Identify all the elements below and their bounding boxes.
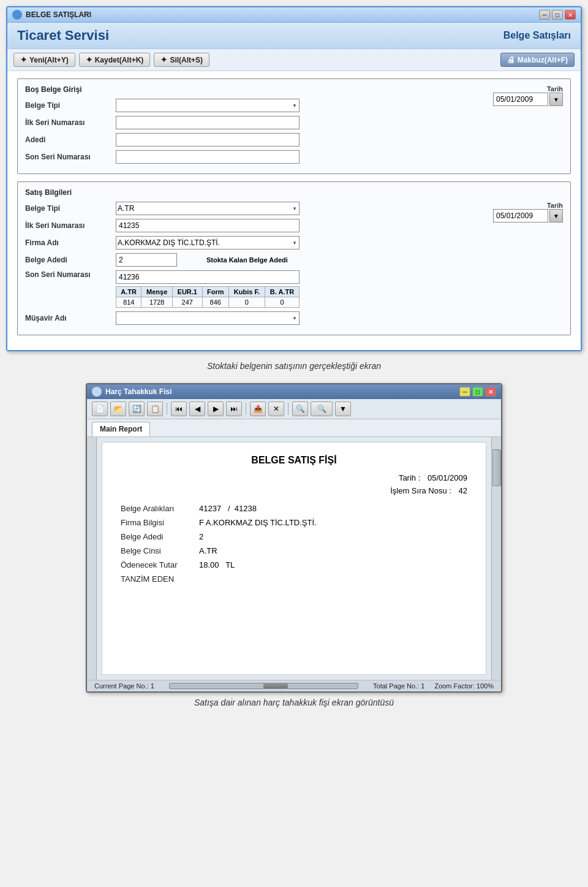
report-tool-next[interactable]: ▶ (208, 402, 224, 416)
report-tool-refresh[interactable]: 🔄 (129, 402, 145, 416)
bos-tarih-input[interactable] (493, 93, 548, 106)
bos-belge-title: Boş Belge Girişi (25, 85, 478, 94)
stok-val-form: 846 (202, 297, 228, 308)
satis-adedi-label: Belge Adedi (25, 256, 111, 264)
report-firma-label: Firma Bilgisi (121, 518, 194, 527)
bos-tarih-btn[interactable]: ▼ (549, 93, 563, 106)
bos-belge-tipi-label: Belge Tipi (25, 101, 111, 110)
satis-tarih-group: Tarih ▼ (493, 202, 563, 223)
report-tool-print[interactable]: 📄 (92, 402, 108, 416)
satis-firma-select[interactable]: A.KORKMAZ DIŞ TİC.LTD.ŞTİ. (116, 236, 300, 249)
report-adedi-value: 2 (199, 532, 203, 541)
satis-tarih-input[interactable] (493, 209, 548, 223)
window-subtitle: Belge Satışları (503, 30, 571, 41)
satis-musavir-select[interactable] (116, 311, 300, 325)
kaydet-button[interactable]: ✦ Kaydet(Alt+K) (79, 53, 151, 67)
close-button[interactable]: ✕ (565, 10, 576, 20)
bos-belge-section: Boş Belge Girişi Belge Tipi İlk Seri Num… (17, 78, 571, 174)
report-page: BELGE SATIŞ FİŞİ Tarih : 05/01/2009 İşle… (102, 442, 486, 675)
yeni-label: Yeni(Alt+Y) (29, 56, 69, 64)
stok-row: 814 1728 247 846 0 0 (116, 297, 300, 308)
report-close-btn[interactable]: ✕ (485, 387, 496, 397)
bos-adedi-row: Adedi (25, 133, 478, 147)
maximize-button[interactable]: □ (552, 10, 563, 20)
bos-son-seri-input[interactable] (116, 150, 300, 164)
titlebar-controls: ─ □ ✕ (539, 10, 576, 20)
stok-col-kubis: Kubis F. (228, 287, 265, 297)
satis-son-seri-label: Son Seri Numarası (25, 270, 111, 279)
report-tabs: Main Report (87, 419, 501, 437)
total-page: Total Page No.: 1 (373, 682, 424, 690)
satis-bilgileri-title: Satış Bilgileri (25, 188, 563, 197)
report-tool-export[interactable]: 📤 (250, 402, 266, 416)
satis-belge-tipi-select[interactable]: A.TR (116, 202, 300, 215)
yeni-button[interactable]: ✦ Yeni(Alt+Y) (13, 53, 75, 67)
zoom-factor: Zoom Factor: 100% (434, 682, 494, 690)
bos-belge-tipi-row: Belge Tipi (25, 99, 478, 112)
report-tool-search-plus[interactable]: ▼ (335, 402, 351, 416)
horizontal-scrollbar[interactable] (169, 683, 358, 689)
stok-col-eur1: EUR.1 (172, 287, 202, 297)
report-tool-prev[interactable]: ◀ (189, 402, 205, 416)
bos-belge-main: Boş Belge Girişi Belge Tipi İlk Seri Num… (25, 85, 478, 167)
bos-belge-tipi-select[interactable] (116, 99, 300, 112)
report-tarih-row: Tarih : 05/01/2009 (121, 473, 467, 482)
stok-table: A.TR Menşe EUR.1 Form Kubis F. B. A.TR (116, 286, 300, 308)
report-statusbar: Current Page No.: 1 Total Page No.: 1 Zo… (87, 680, 501, 691)
satis-firma-wrapper: A.KORKMAZ DIŞ TİC.LTD.ŞTİ. (116, 236, 300, 249)
bos-adedi-input[interactable] (116, 133, 300, 147)
bos-son-seri-row: Son Seri Numarası (25, 150, 478, 164)
report-belge-satis-fisi: BELGE SATIŞ FİŞİ (251, 455, 336, 465)
report-minimize-btn[interactable]: ─ (459, 387, 470, 397)
yeni-icon: ✦ (20, 55, 27, 64)
satis-ilk-seri-input[interactable] (116, 219, 300, 232)
kaydet-icon: ✦ (86, 55, 92, 64)
report-tool-cancel[interactable]: ✕ (268, 402, 284, 416)
main-report-tab[interactable]: Main Report (92, 422, 150, 436)
satis-ilk-seri-row: İlk Seri Numarası (25, 219, 488, 232)
app-title: Ticaret Servisi (17, 28, 109, 44)
report-page-title: BELGE SATIŞ FİŞİ (121, 455, 467, 466)
report-maximize-btn[interactable]: □ (472, 387, 483, 397)
satis-adedi-input[interactable] (116, 253, 177, 267)
sil-button[interactable]: ✦ Sil(Alt+S) (154, 53, 209, 67)
report-tool-first[interactable]: ⏮ (171, 402, 187, 416)
window-content: Boş Belge Girişi Belge Tipi İlk Seri Num… (7, 71, 581, 350)
satis-musavir-row: Müşavir Adı (25, 311, 488, 325)
satis-date-group: Tarih ▼ (493, 202, 563, 223)
satis-tarih-btn[interactable]: ▼ (549, 209, 563, 223)
report-tarih-value: 05/01/2009 (428, 473, 467, 482)
report-row-araliklar: Belge Aralıkları 41237 / 41238 (121, 504, 467, 513)
makbuz-button[interactable]: 🖨 Makbuz(Alt+F) (500, 53, 575, 67)
report-tarih-label: Tarih : (399, 473, 420, 482)
top-window: BELGE SATIŞLARI ─ □ ✕ Ticaret Servisi Be… (6, 6, 582, 351)
titlebar-left: BELGE SATIŞLARI (12, 10, 91, 20)
report-araliklar-value: 41237 / 41238 (199, 504, 257, 513)
scroll-left (87, 437, 97, 680)
report-tool-open[interactable]: 📂 (110, 402, 126, 416)
satis-belge-tipi-label: Belge Tipi (25, 204, 111, 213)
window-header: Ticaret Servisi Belge Satışları (7, 23, 581, 49)
report-toolbar: 📄 📂 🔄 📋 ⏮ ◀ ▶ ⏭ 📤 ✕ 🔍 🔍 ▼ (87, 399, 501, 419)
scroll-right[interactable] (491, 437, 501, 680)
current-page: Current Page No.: 1 (94, 682, 154, 690)
description-1: Stoktaki belgenin satışının gerçekleştiğ… (6, 361, 582, 371)
satis-layout: Belge Tipi A.TR İlk Seri Numarası Firma … (25, 202, 563, 329)
report-tool-search[interactable]: 🔍 (292, 402, 308, 416)
sep-1 (167, 403, 167, 415)
minimize-button[interactable]: ─ (539, 10, 550, 20)
satis-son-seri-input[interactable] (116, 270, 300, 284)
report-tool-search2[interactable]: 🔍 (311, 402, 333, 416)
report-tool-last[interactable]: ⏭ (226, 402, 242, 416)
satis-firma-label: Firma Adı (25, 238, 111, 247)
report-cinsi-value: A.TR (199, 546, 217, 555)
bos-ilk-seri-input[interactable] (116, 116, 300, 129)
makbuz-icon: 🖨 (507, 55, 515, 64)
app-icon (12, 10, 22, 20)
report-cinsi-label: Belge Cinsi (121, 546, 194, 555)
report-tool-copy[interactable]: 📋 (147, 402, 163, 416)
main-toolbar: ✦ Yeni(Alt+Y) ✦ Kaydet(Alt+K) ✦ Sil(Alt+… (7, 49, 581, 71)
stok-col-atr: A.TR (116, 287, 141, 297)
satis-adedi-row: Belge Adedi Stokta Kalan Belge Adedi (25, 253, 488, 267)
satis-bilgileri-section: Satış Bilgileri Belge Tipi A.TR İlk Seri… (17, 181, 571, 335)
